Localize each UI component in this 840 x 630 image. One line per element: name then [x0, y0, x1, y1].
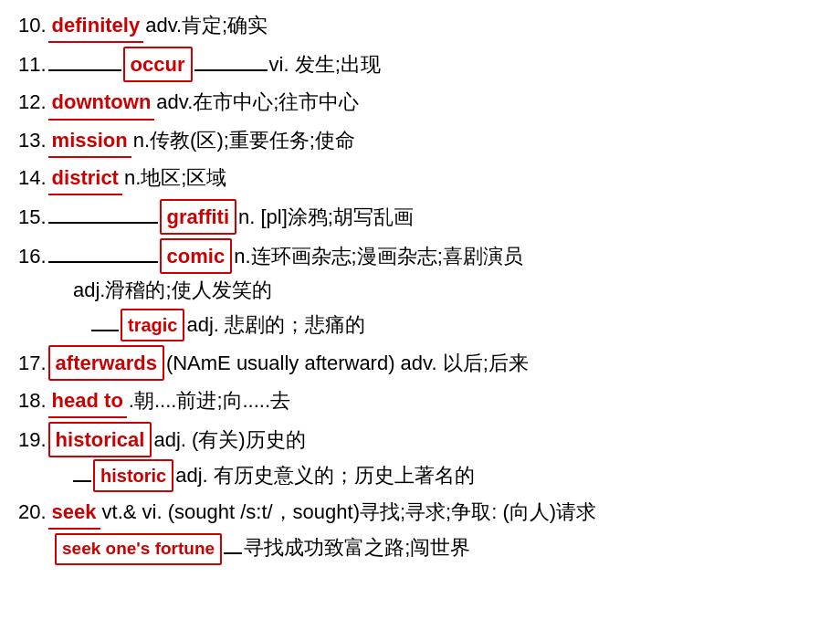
entry-11-word: occur — [123, 47, 193, 82]
entry-16: 16. comic n.连环画杂志;漫画杂志;喜剧演员 adj.滑稽的;使人发笑… — [18, 238, 822, 341]
entry-12: 12. downtown adv.在市中心;往市中心 — [18, 86, 822, 120]
entry-19: 19. historical adj. (有关)历史的 historic adj… — [18, 422, 822, 492]
entry-15-word: graffiti — [160, 199, 236, 235]
entry-20-num: 20. — [18, 496, 47, 528]
entry-16-def: n.连环画杂志;漫画杂志;喜剧演员 — [234, 240, 523, 272]
entry-20-word: seek — [48, 496, 100, 530]
entry-10-def: adv.肯定;确实 — [145, 9, 268, 41]
entry-17-def: (NAmE usually afterward) adv. 以后;后来 — [166, 347, 529, 379]
entry-10: 10. definitely adv.肯定;确实 — [18, 9, 822, 43]
entry-17-num: 17. — [18, 347, 47, 379]
entry-13: 13. mission n.传教(区);重要任务;使命 — [18, 124, 822, 158]
entry-20-phrase-def: 寻找成功致富之路;闯世界 — [244, 531, 470, 563]
entry-17: 17. afterwards (NAmE usually afterward) … — [18, 345, 822, 381]
entry-19-blank — [73, 480, 91, 482]
entry-20-phrase: seek one's fortune — [55, 533, 222, 564]
entry-11-num: 11. — [18, 48, 47, 80]
tragic-blank1 — [91, 330, 119, 331]
entry-18-word: head to — [48, 384, 127, 418]
entry-18-num: 18. — [18, 384, 47, 416]
entry-10-word: definitely — [48, 9, 144, 43]
entry-17-word: afterwards — [48, 345, 164, 381]
entry-15-num: 15. — [18, 201, 47, 233]
entry-16-blank — [48, 261, 158, 263]
entry-15-def: n. [pl]涂鸦;胡写乱画 — [238, 201, 414, 233]
entry-19-num: 19. — [18, 424, 47, 456]
entry-14-def: n.地区;区域 — [124, 162, 226, 194]
entry-20: 20. seek vt.& vi. (sought /s:t/，sought)寻… — [18, 496, 822, 565]
entry-19-word2: historic — [93, 459, 173, 492]
entry-11-blank — [48, 69, 121, 71]
entry-19-word1: historical — [48, 422, 152, 457]
entry-19-def1: adj. (有关)历史的 — [153, 424, 305, 456]
entry-13-def: n.传教(区);重要任务;使命 — [133, 124, 355, 156]
entry-13-word: mission — [48, 124, 131, 158]
entry-10-num: 10. — [18, 9, 47, 41]
entry-14-num: 14. — [18, 162, 47, 194]
tragic-def: adj. 悲剧的；悲痛的 — [186, 309, 365, 341]
entry-16-sub-def: adj.滑稽的;使人发笑的 — [73, 274, 272, 306]
entry-15: 15. graffiti n. [pl]涂鸦;胡写乱画 — [18, 199, 822, 235]
entry-15-blank — [48, 222, 158, 224]
entry-13-num: 13. — [18, 124, 47, 156]
entry-14-word: district — [48, 162, 122, 195]
entry-16-num: 16. — [18, 240, 47, 272]
entry-19-def2: adj. 有历史意义的；历史上著名的 — [175, 459, 475, 491]
entry-18: 18. head to .朝....前进;向.....去 — [18, 384, 822, 418]
entry-12-def: adv.在市中心;往市中心 — [156, 86, 359, 118]
entry-18-def: .朝....前进;向.....去 — [129, 384, 290, 416]
entry-12-num: 12. — [18, 86, 47, 118]
entry-16-word: comic — [160, 238, 233, 274]
entry-11-def: vi. 发生;出现 — [269, 48, 381, 80]
entry-20-def: vt.& vi. (sought /s:t/，sought)寻找;寻求;争取: … — [102, 496, 597, 528]
vocabulary-list: 10. definitely adv.肯定;确实 11. occur vi. 发… — [18, 9, 822, 565]
tragic-word: tragic — [121, 309, 184, 341]
entry-12-word: downtown — [48, 86, 155, 120]
entry-20-blank — [224, 552, 242, 554]
entry-14: 14. district n.地区;区域 — [18, 162, 822, 195]
entry-11: 11. occur vi. 发生;出现 — [18, 47, 822, 82]
entry-11-blank2 — [194, 69, 268, 71]
